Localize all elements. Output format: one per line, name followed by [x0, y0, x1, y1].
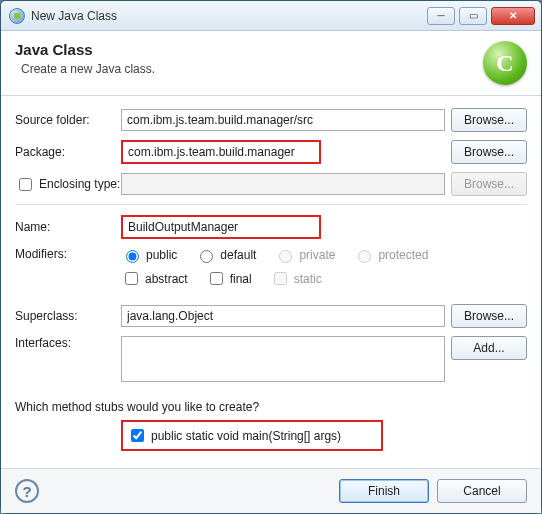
superclass-input[interactable] [121, 305, 445, 327]
source-folder-input[interactable] [121, 109, 445, 131]
check-abstract[interactable]: abstract [121, 269, 188, 288]
header-text: Java Class Create a new Java class. [15, 41, 483, 76]
dialog-window: New Java Class ─ ▭ ✕ Java Class Create a… [0, 0, 542, 514]
radio-public[interactable]: public [121, 247, 177, 263]
radio-default[interactable]: default [195, 247, 256, 263]
radio-public-input[interactable] [126, 250, 139, 263]
row-superclass: Superclass: Browse... [15, 304, 527, 328]
interfaces-list[interactable] [121, 336, 445, 382]
label-source-folder: Source folder: [15, 113, 121, 127]
radio-default-input[interactable] [200, 250, 213, 263]
access-modifiers: public default private protected [121, 247, 527, 263]
close-button[interactable]: ✕ [491, 7, 535, 25]
titlebar[interactable]: New Java Class ─ ▭ ✕ [1, 1, 541, 31]
label-name: Name: [15, 220, 121, 234]
label-interfaces: Interfaces: [15, 336, 121, 350]
stub-question: Which method stubs would you like to cre… [15, 400, 527, 414]
dialog-footer: ? Finish Cancel [1, 468, 541, 513]
help-icon[interactable]: ? [15, 479, 39, 503]
header-title: Java Class [15, 41, 483, 58]
flag-modifiers: abstract final static [121, 269, 527, 288]
label-modifiers: Modifiers: [15, 247, 121, 261]
window-controls: ─ ▭ ✕ [425, 7, 535, 25]
row-package: Package: Browse... [15, 140, 527, 164]
cancel-button[interactable]: Cancel [437, 479, 527, 503]
row-enclosing: Enclosing type: Browse... [15, 172, 527, 196]
main-stub-highlight: public static void main(String[] args) [121, 420, 383, 451]
separator [15, 204, 527, 205]
check-final-input[interactable] [210, 272, 223, 285]
label-superclass: Superclass: [15, 309, 121, 323]
check-static-input [274, 272, 287, 285]
row-source-folder: Source folder: Browse... [15, 108, 527, 132]
browse-package-button[interactable]: Browse... [451, 140, 527, 164]
class-icon: C [483, 41, 527, 85]
radio-protected-input [358, 250, 371, 263]
enclosing-checkbox[interactable] [19, 178, 32, 191]
enclosing-input [121, 173, 445, 195]
browse-source-button[interactable]: Browse... [451, 108, 527, 132]
package-input[interactable] [121, 140, 321, 164]
minimize-button[interactable]: ─ [427, 7, 455, 25]
dialog-header: Java Class Create a new Java class. C [1, 31, 541, 96]
dialog-content: Source folder: Browse... Package: Browse… [1, 96, 541, 468]
check-static: static [270, 269, 322, 288]
row-modifiers: Modifiers: public default private protec… [15, 247, 527, 288]
label-enclosing: Enclosing type: [39, 177, 120, 191]
name-input[interactable] [121, 215, 321, 239]
browse-enclosing-button: Browse... [451, 172, 527, 196]
row-name: Name: [15, 215, 527, 239]
check-main-input[interactable] [131, 429, 144, 442]
check-main[interactable]: public static void main(String[] args) [127, 426, 341, 445]
radio-private: private [274, 247, 335, 263]
maximize-button[interactable]: ▭ [459, 7, 487, 25]
check-abstract-input[interactable] [125, 272, 138, 285]
window-title: New Java Class [31, 9, 425, 23]
radio-protected: protected [353, 247, 428, 263]
browse-superclass-button[interactable]: Browse... [451, 304, 527, 328]
label-package: Package: [15, 145, 121, 159]
main-stub-label: public static void main(String[] args) [151, 429, 341, 443]
radio-private-input [279, 250, 292, 263]
app-icon [9, 8, 25, 24]
check-final[interactable]: final [206, 269, 252, 288]
add-interface-button[interactable]: Add... [451, 336, 527, 360]
finish-button[interactable]: Finish [339, 479, 429, 503]
row-interfaces: Interfaces: Add... [15, 336, 527, 382]
header-desc: Create a new Java class. [21, 62, 483, 76]
